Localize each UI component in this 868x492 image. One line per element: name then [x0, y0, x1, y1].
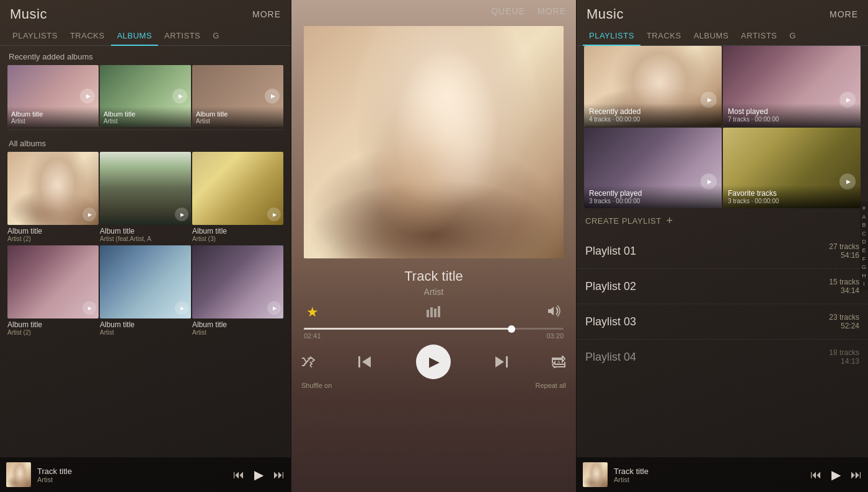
album-card-6-play[interactable] [267, 301, 281, 315]
playlist-thumb-3-sub: 3 tracks · 00:00:00 [589, 198, 717, 204]
tab-genre-right[interactable]: G [783, 26, 802, 45]
all-albums-label: All albums [0, 133, 291, 152]
tab-artists-left[interactable]: ARTISTS [158, 26, 206, 45]
recent-album-2-play[interactable] [172, 89, 187, 103]
playlist-thumb-3-title: Recently played [589, 189, 717, 198]
recent-album-3-overlay: Album title Artist [192, 107, 283, 127]
playlist-thumb-1-title: Recently added [589, 107, 717, 116]
equalizer-icon[interactable] [425, 305, 440, 320]
album-card-5[interactable]: Album title Artist [100, 245, 191, 338]
album-card-6-title: Album title [192, 320, 283, 329]
recent-album-3-title: Album title [196, 110, 280, 118]
index-d[interactable]: D [862, 238, 866, 246]
repeat-button[interactable]: A [551, 356, 566, 368]
index-f[interactable]: F [862, 255, 866, 263]
tab-albums-right[interactable]: ALBUMS [688, 26, 735, 45]
prev-button[interactable] [357, 355, 373, 369]
tab-artists-right[interactable]: ARTISTS [735, 26, 783, 45]
index-e[interactable]: E [862, 247, 866, 255]
left-scroll-area: Recently added albums Album title Artist… [0, 46, 291, 457]
playlist-thumb-4-overlay: Favorite tracks 3 tracks · 00:00:00 [723, 185, 861, 208]
playlist-thumb-2[interactable]: Most played 7 tracks · 00:00:00 [723, 46, 861, 126]
track-artist-center: Artist [298, 287, 570, 297]
right-app-title: Music [587, 6, 624, 22]
tab-playlists-right[interactable]: PLAYLISTS [583, 26, 640, 45]
mini-play-left[interactable]: ▶ [254, 467, 264, 482]
album-card-1[interactable]: Album title Artist (2) [7, 152, 99, 244]
recent-album-3-play[interactable] [265, 89, 280, 103]
playlist-thumb-1[interactable]: Recently added 4 tracks · 00:00:00 [584, 46, 722, 126]
recent-album-1-overlay: Album title Artist [7, 107, 99, 127]
volume-icon[interactable] [546, 305, 561, 320]
album-card-3-play[interactable] [267, 208, 281, 221]
playlist-4-tracks: 18 tracks [829, 348, 859, 357]
playlist-4-duration: 14:13 [829, 357, 859, 366]
playlist-thumb-4[interactable]: Favorite tracks 3 tracks · 00:00:00 [723, 128, 861, 208]
tab-tracks-left[interactable]: TRACKS [64, 26, 111, 45]
album-card-1-play[interactable] [82, 208, 96, 221]
main-controls: A [291, 340, 576, 382]
mini-next-left[interactable]: ⏭ [273, 468, 285, 481]
index-hash[interactable]: # [862, 204, 866, 213]
track-title-center: Track title [298, 268, 570, 284]
playlist-item-2[interactable]: Playlist 02 15 tracks 34:14 [577, 269, 868, 304]
index-g[interactable]: G [862, 263, 866, 271]
playlist-item-3[interactable]: Playlist 03 23 tracks 52:24 [577, 304, 868, 340]
progress-bar[interactable] [304, 328, 564, 330]
mini-artist-right: Artist [614, 476, 804, 483]
recent-album-3[interactable]: Album title Artist [192, 65, 283, 127]
recent-album-1-play[interactable] [80, 89, 95, 103]
progress-thumb[interactable] [508, 325, 515, 333]
shuffle-button[interactable] [301, 356, 315, 367]
index-c[interactable]: C [862, 229, 866, 237]
tab-albums-left[interactable]: ALBUMS [111, 26, 158, 45]
mini-prev-right[interactable]: ⏮ [810, 468, 822, 481]
repeat-label: Repeat all [535, 382, 566, 389]
svg-rect-1 [430, 307, 433, 317]
album-card-1-title: Album title [7, 227, 99, 235]
index-a[interactable]: A [862, 213, 866, 221]
right-more-button[interactable]: MORE [830, 9, 858, 19]
favorite-icon[interactable]: ★ [306, 304, 319, 320]
svg-rect-0 [427, 310, 429, 317]
svg-rect-2 [434, 309, 436, 317]
album-card-4-play[interactable] [82, 301, 96, 315]
tab-tracks-right[interactable]: TRACKS [640, 26, 688, 45]
playlist-thumb-3[interactable]: Recently played 3 tracks · 00:00:00 [584, 128, 722, 208]
queue-button[interactable]: QUEUE [491, 6, 525, 16]
next-button[interactable] [493, 355, 509, 369]
album-card-2[interactable]: Album title Artist (feat.Artist, A [100, 152, 191, 244]
tab-playlists-left[interactable]: PLAYLISTS [6, 26, 64, 45]
left-more-button[interactable]: MORE [252, 9, 281, 19]
playlist-item-4[interactable]: Playlist 04 18 tracks 14:13 [577, 340, 868, 374]
mini-play-right[interactable]: ▶ [831, 467, 841, 482]
index-h[interactable]: H [862, 271, 866, 279]
left-panel: Music MORE PLAYLISTS TRACKS ALBUMS ARTIS… [0, 0, 291, 492]
track-info-center: Track title Artist [291, 262, 576, 299]
create-playlist-button[interactable]: CREATE PLAYLIST + [577, 208, 868, 234]
mini-prev-left[interactable]: ⏮ [233, 468, 244, 481]
recent-albums-row: Album title Artist Album title Artist Al… [0, 65, 291, 127]
album-card-4[interactable]: Album title Artist (2) [7, 245, 99, 338]
center-album-art [304, 26, 564, 258]
playlist-thumb-4-title: Favorite tracks [728, 189, 856, 198]
playlist-3-duration: 52:24 [829, 322, 859, 330]
playlist-item-1[interactable]: Playlist 01 27 tracks 54:16 [577, 234, 868, 269]
recent-album-1[interactable]: Album title Artist [7, 65, 99, 127]
mini-next-right[interactable]: ⏭ [851, 468, 862, 481]
mini-controls-right: ⏮ ▶ ⏭ [810, 467, 862, 482]
recent-album-1-artist: Artist [11, 118, 95, 125]
tab-genre-left[interactable]: G [206, 26, 226, 45]
album-card-2-play[interactable] [175, 208, 188, 221]
left-mini-player: Track title Artist ⏮ ▶ ⏭ [0, 457, 291, 492]
album-card-3[interactable]: Album title Artist (3) [192, 152, 283, 244]
center-more-button[interactable]: MORE [538, 6, 566, 16]
album-card-4-info: Album title Artist (2) [7, 318, 99, 338]
play-button-center[interactable] [416, 345, 451, 379]
index-b[interactable]: B [862, 221, 866, 229]
index-i[interactable]: I [862, 280, 866, 288]
recent-album-2[interactable]: Album title Artist [100, 65, 191, 127]
album-card-5-play[interactable] [175, 301, 188, 315]
center-panel: QUEUE MORE Track title Artist ★ [291, 0, 577, 492]
album-card-6[interactable]: Album title Artist [192, 245, 283, 338]
